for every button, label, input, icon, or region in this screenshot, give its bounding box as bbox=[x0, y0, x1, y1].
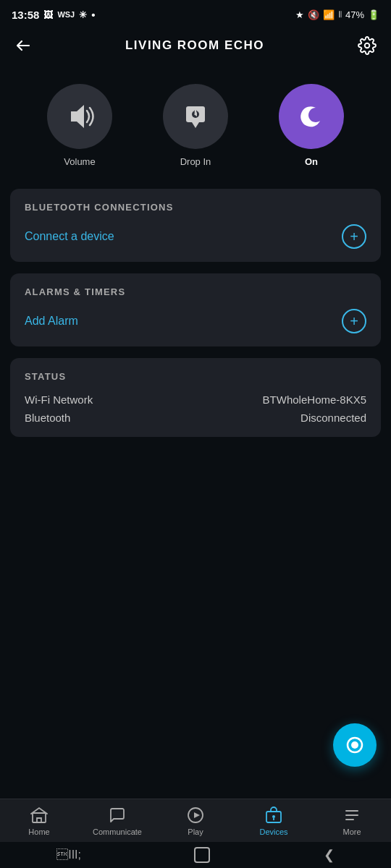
donotdisturb-label: On bbox=[305, 156, 318, 167]
connect-device-link[interactable]: Connect a device bbox=[25, 230, 114, 243]
nav-more[interactable]: More bbox=[327, 807, 377, 836]
android-home-icon[interactable] bbox=[194, 847, 210, 863]
wsj-icon: WSJ bbox=[57, 10, 75, 19]
status-bar: 13:58 🖼 WSJ ✳ • ★ 🔇 📶 ⦀ 47% 🔋 bbox=[0, 0, 391, 26]
dropin-circle bbox=[163, 84, 228, 149]
bluetooth-status-value: Disconnected bbox=[300, 412, 366, 424]
android-back-icon[interactable]: ❮ bbox=[324, 847, 335, 863]
battery-level: 47% bbox=[345, 9, 364, 20]
dropin-label: Drop In bbox=[180, 156, 211, 167]
nav-play[interactable]: Play bbox=[170, 807, 221, 836]
donotdisturb-action[interactable]: On bbox=[279, 84, 344, 167]
quick-actions-row: Volume Drop In On bbox=[0, 69, 391, 189]
dropin-action[interactable]: Drop In bbox=[163, 84, 228, 167]
status-card: STATUS Wi-Fi Network BTWholeHome-8KX5 Bl… bbox=[10, 358, 381, 437]
back-button[interactable] bbox=[12, 34, 35, 57]
bottom-nav: Home Communicate Play Devices More bbox=[0, 799, 391, 842]
donotdisturb-circle bbox=[279, 84, 344, 149]
nav-communicate-label: Communicate bbox=[93, 827, 142, 836]
volume-action[interactable]: Volume bbox=[47, 84, 112, 167]
alexa-fab-button[interactable] bbox=[333, 723, 377, 767]
svg-point-12 bbox=[272, 815, 275, 818]
alarms-card: ALARMS & TIMERS Add Alarm + bbox=[10, 273, 381, 346]
header: LIVING ROOM ECHO bbox=[0, 26, 391, 69]
bluetooth-key: Bluetooth bbox=[25, 412, 70, 424]
android-nav-bar: III; ❮ bbox=[0, 842, 391, 868]
signal-icon: ⦀ bbox=[338, 9, 342, 20]
nav-home-label: Home bbox=[28, 827, 49, 836]
svg-point-7 bbox=[351, 741, 358, 749]
svg-marker-2 bbox=[192, 122, 199, 128]
wifi-key: Wi-Fi Network bbox=[25, 393, 93, 406]
page-title: LIVING ROOM ECHO bbox=[35, 38, 355, 53]
svg-marker-0 bbox=[71, 105, 84, 128]
alarms-title: ALARMS & TIMERS bbox=[25, 286, 366, 297]
status-row-bluetooth: Bluetooth Disconnected bbox=[25, 412, 366, 424]
nav-play-label: Play bbox=[188, 827, 203, 836]
volume-circle bbox=[47, 84, 112, 149]
battery-icon: 🔋 bbox=[368, 9, 379, 20]
nav-more-label: More bbox=[342, 827, 361, 836]
bluetooth-icon: ★ bbox=[295, 9, 304, 20]
add-alarm-link[interactable]: Add Alarm bbox=[25, 315, 78, 328]
wifi-icon: 📶 bbox=[323, 9, 335, 20]
bluetooth-row: Connect a device + bbox=[25, 224, 366, 249]
settings-button[interactable] bbox=[355, 33, 379, 58]
svg-marker-10 bbox=[194, 812, 200, 818]
status-row-wifi: Wi-Fi Network BTWholeHome-8KX5 bbox=[25, 393, 366, 406]
nav-devices-label: Devices bbox=[259, 827, 287, 836]
nav-communicate[interactable]: Communicate bbox=[92, 807, 143, 836]
bluetooth-title: BLUETOOTH CONNECTIONS bbox=[25, 202, 366, 213]
bluetooth-add-button[interactable]: + bbox=[342, 224, 366, 249]
status-time: 13:58 🖼 WSJ ✳ • bbox=[12, 9, 95, 21]
alarms-add-button[interactable]: + bbox=[342, 309, 366, 333]
photo-icon: 🖼 bbox=[43, 9, 53, 20]
mute-icon: 🔇 bbox=[308, 9, 319, 20]
status-right-icons: ★ 🔇 📶 ⦀ 47% 🔋 bbox=[295, 9, 379, 20]
bluetooth-card: BLUETOOTH CONNECTIONS Connect a device + bbox=[10, 189, 381, 262]
android-recents-icon[interactable]: III; bbox=[56, 848, 81, 861]
alarms-row: Add Alarm + bbox=[25, 309, 366, 333]
volume-label: Volume bbox=[64, 156, 95, 167]
nav-home[interactable]: Home bbox=[14, 807, 64, 836]
pinwheel-icon: ✳ bbox=[79, 9, 87, 20]
wifi-value: BTWholeHome-8KX5 bbox=[263, 393, 366, 406]
nav-devices[interactable]: Devices bbox=[248, 807, 299, 836]
status-title: STATUS bbox=[25, 371, 366, 382]
